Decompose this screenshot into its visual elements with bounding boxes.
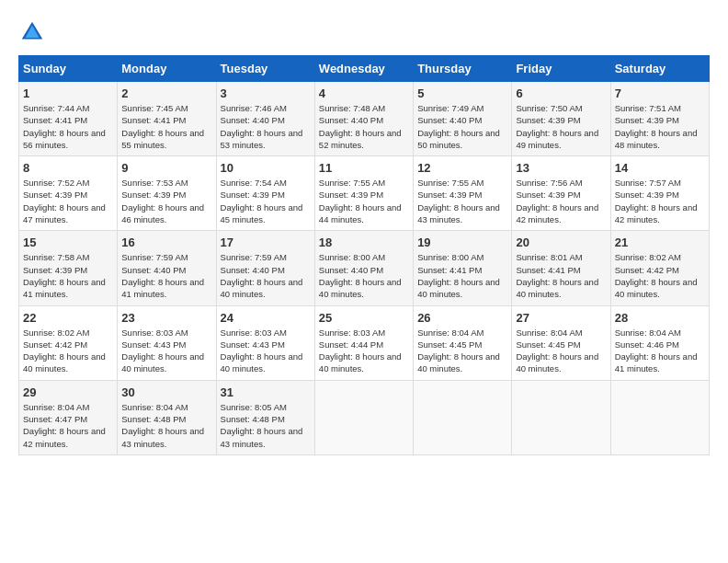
day-number: 30 (121, 385, 211, 399)
calendar-week-row: 29 Sunrise: 8:04 AMSunset: 4:47 PMDaylig… (19, 380, 710, 454)
calendar-week-row: 22 Sunrise: 8:02 AMSunset: 4:42 PMDaylig… (19, 305, 710, 380)
day-number: 31 (221, 385, 311, 399)
calendar-day-cell: 18 Sunrise: 8:00 AMSunset: 4:40 PMDaylig… (314, 231, 413, 305)
day-number: 2 (121, 86, 211, 100)
day-number: 29 (23, 385, 113, 399)
logo (18, 18, 50, 46)
calendar-day-cell: 12 Sunrise: 7:55 AMSunset: 4:39 PMDaylig… (414, 156, 512, 231)
day-info: Sunrise: 7:52 AMSunset: 4:39 PMDaylight:… (23, 178, 106, 224)
day-info: Sunrise: 8:00 AMSunset: 4:41 PMDaylight:… (417, 252, 500, 299)
day-info: Sunrise: 8:01 AMSunset: 4:41 PMDaylight:… (516, 252, 598, 299)
day-info: Sunrise: 8:04 AMSunset: 4:45 PMDaylight:… (417, 327, 500, 374)
calendar-day-cell: 27 Sunrise: 8:04 AMSunset: 4:45 PMDaylig… (512, 305, 610, 380)
calendar-day-cell: 6 Sunrise: 7:50 AMSunset: 4:39 PMDayligh… (512, 82, 610, 156)
calendar-day-cell: 3 Sunrise: 7:46 AMSunset: 4:40 PMDayligh… (216, 82, 314, 156)
calendar-day-cell: 28 Sunrise: 8:04 AMSunset: 4:46 PMDaylig… (610, 305, 709, 380)
day-number: 21 (615, 236, 705, 249)
day-info: Sunrise: 8:05 AMSunset: 4:48 PMDaylight:… (221, 402, 303, 449)
day-info: Sunrise: 7:48 AMSunset: 4:40 PMDaylight:… (319, 103, 402, 150)
day-number: 27 (516, 311, 606, 325)
day-info: Sunrise: 8:03 AMSunset: 4:44 PMDaylight:… (319, 327, 402, 374)
day-info: Sunrise: 8:04 AMSunset: 4:46 PMDaylight:… (615, 327, 698, 374)
day-number: 16 (121, 236, 211, 249)
logo-icon (18, 18, 46, 46)
day-number: 28 (615, 311, 705, 325)
day-info: Sunrise: 7:44 AMSunset: 4:41 PMDaylight:… (23, 103, 106, 150)
calendar-day-cell: 1 Sunrise: 7:44 AMSunset: 4:41 PMDayligh… (19, 82, 118, 156)
calendar-day-cell: 4 Sunrise: 7:48 AMSunset: 4:40 PMDayligh… (314, 82, 413, 156)
calendar-week-row: 15 Sunrise: 7:58 AMSunset: 4:39 PMDaylig… (19, 231, 710, 305)
day-info: Sunrise: 7:49 AMSunset: 4:40 PMDaylight:… (417, 103, 500, 150)
calendar-day-cell: 13 Sunrise: 7:56 AMSunset: 4:39 PMDaylig… (512, 156, 610, 231)
day-info: Sunrise: 7:54 AMSunset: 4:39 PMDaylight:… (221, 178, 303, 224)
day-info: Sunrise: 7:58 AMSunset: 4:39 PMDaylight:… (23, 252, 106, 299)
calendar-day-cell: 10 Sunrise: 7:54 AMSunset: 4:39 PMDaylig… (216, 156, 314, 231)
calendar-day-cell: 22 Sunrise: 8:02 AMSunset: 4:42 PMDaylig… (19, 305, 118, 380)
calendar-day-cell: 7 Sunrise: 7:51 AMSunset: 4:39 PMDayligh… (610, 82, 709, 156)
day-number: 15 (23, 236, 113, 249)
calendar-day-cell: 17 Sunrise: 7:59 AMSunset: 4:40 PMDaylig… (216, 231, 314, 305)
day-number: 1 (23, 86, 113, 100)
day-info: Sunrise: 8:04 AMSunset: 4:47 PMDaylight:… (23, 402, 106, 449)
calendar-day-cell: 11 Sunrise: 7:55 AMSunset: 4:39 PMDaylig… (314, 156, 413, 231)
day-number: 8 (23, 161, 113, 175)
calendar-day-cell: 5 Sunrise: 7:49 AMSunset: 4:40 PMDayligh… (414, 82, 512, 156)
calendar-day-cell: 15 Sunrise: 7:58 AMSunset: 4:39 PMDaylig… (19, 231, 118, 305)
day-of-week-header: Friday (512, 56, 610, 82)
day-of-week-header: Monday (118, 56, 216, 82)
day-number: 11 (319, 161, 409, 175)
day-of-week-header: Tuesday (216, 56, 314, 82)
day-number: 6 (516, 86, 606, 100)
calendar-day-cell: 16 Sunrise: 7:59 AMSunset: 4:40 PMDaylig… (118, 231, 216, 305)
calendar-day-cell: 29 Sunrise: 8:04 AMSunset: 4:47 PMDaylig… (19, 380, 118, 454)
day-of-week-header: Thursday (414, 56, 512, 82)
day-info: Sunrise: 8:02 AMSunset: 4:42 PMDaylight:… (615, 252, 698, 299)
calendar-day-cell: 19 Sunrise: 8:00 AMSunset: 4:41 PMDaylig… (414, 231, 512, 305)
calendar-day-cell (314, 380, 413, 454)
day-number: 12 (417, 161, 507, 175)
day-of-week-header: Wednesday (314, 56, 413, 82)
calendar-day-cell: 8 Sunrise: 7:52 AMSunset: 4:39 PMDayligh… (19, 156, 118, 231)
day-number: 5 (417, 86, 507, 100)
day-info: Sunrise: 7:50 AMSunset: 4:39 PMDaylight:… (516, 103, 598, 150)
header (18, 18, 710, 46)
day-info: Sunrise: 8:00 AMSunset: 4:40 PMDaylight:… (319, 252, 402, 299)
day-number: 14 (615, 161, 705, 175)
day-number: 24 (221, 311, 311, 325)
day-info: Sunrise: 8:03 AMSunset: 4:43 PMDaylight:… (221, 327, 303, 374)
calendar-day-cell: 30 Sunrise: 8:04 AMSunset: 4:48 PMDaylig… (118, 380, 216, 454)
calendar-day-cell: 31 Sunrise: 8:05 AMSunset: 4:48 PMDaylig… (216, 380, 314, 454)
day-number: 4 (319, 86, 409, 100)
day-of-week-header: Saturday (610, 56, 709, 82)
day-info: Sunrise: 7:45 AMSunset: 4:41 PMDaylight:… (121, 103, 204, 150)
day-info: Sunrise: 8:03 AMSunset: 4:43 PMDaylight:… (121, 327, 204, 374)
calendar-day-cell: 26 Sunrise: 8:04 AMSunset: 4:45 PMDaylig… (414, 305, 512, 380)
day-info: Sunrise: 8:02 AMSunset: 4:42 PMDaylight:… (23, 327, 106, 374)
calendar-day-cell: 21 Sunrise: 8:02 AMSunset: 4:42 PMDaylig… (610, 231, 709, 305)
day-number: 3 (221, 86, 311, 100)
day-number: 9 (121, 161, 211, 175)
calendar-day-cell (610, 380, 709, 454)
calendar-day-cell: 24 Sunrise: 8:03 AMSunset: 4:43 PMDaylig… (216, 305, 314, 380)
day-number: 23 (121, 311, 211, 325)
day-info: Sunrise: 7:51 AMSunset: 4:39 PMDaylight:… (615, 103, 698, 150)
calendar-day-cell: 25 Sunrise: 8:03 AMSunset: 4:44 PMDaylig… (314, 305, 413, 380)
day-info: Sunrise: 7:56 AMSunset: 4:39 PMDaylight:… (516, 178, 598, 224)
day-number: 18 (319, 236, 409, 249)
calendar-day-cell: 9 Sunrise: 7:53 AMSunset: 4:39 PMDayligh… (118, 156, 216, 231)
day-info: Sunrise: 7:55 AMSunset: 4:39 PMDaylight:… (417, 178, 500, 224)
day-info: Sunrise: 7:59 AMSunset: 4:40 PMDaylight:… (221, 252, 303, 299)
calendar-day-cell (512, 380, 610, 454)
day-number: 17 (221, 236, 311, 249)
calendar-day-cell: 2 Sunrise: 7:45 AMSunset: 4:41 PMDayligh… (118, 82, 216, 156)
day-of-week-header: Sunday (19, 56, 118, 82)
day-number: 26 (417, 311, 507, 325)
day-info: Sunrise: 7:53 AMSunset: 4:39 PMDaylight:… (121, 178, 204, 224)
day-info: Sunrise: 8:04 AMSunset: 4:48 PMDaylight:… (121, 402, 204, 449)
calendar-day-cell (414, 380, 512, 454)
calendar-table: SundayMondayTuesdayWednesdayThursdayFrid… (18, 55, 710, 455)
day-number: 13 (516, 161, 606, 175)
day-number: 20 (516, 236, 606, 249)
day-number: 10 (221, 161, 311, 175)
day-info: Sunrise: 7:55 AMSunset: 4:39 PMDaylight:… (319, 178, 402, 224)
